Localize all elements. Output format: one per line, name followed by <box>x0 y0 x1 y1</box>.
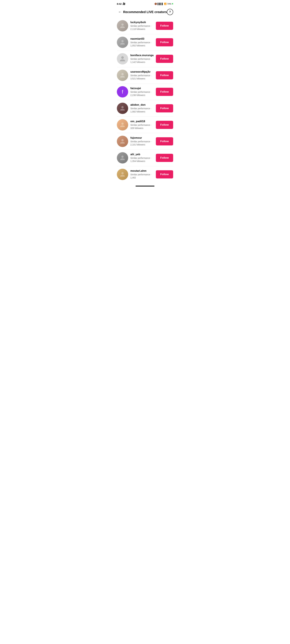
list-item: f faizsujei Similar performance · 2,236 … <box>117 84 173 100</box>
status-bar: 8:42 🎥 🔕 ▌▌▌▌ 📶 74% <box>114 0 176 7</box>
avatar <box>117 70 128 81</box>
creator-username: alii_yeb <box>130 153 154 156</box>
battery-percentage: 74% <box>167 3 171 5</box>
avatar <box>117 169 128 180</box>
creator-info: boniface.murunga Similar performance · 1… <box>130 54 154 64</box>
follow-button[interactable]: Follow <box>156 154 173 162</box>
signal-icon: ▌▌▌▌ <box>158 3 164 5</box>
time-display: 8:42 <box>117 2 122 5</box>
battery-dot <box>172 3 173 4</box>
follow-button[interactable]: Follow <box>156 170 173 178</box>
creator-meta: Similar performance · 1,462 <box>130 173 154 179</box>
creator-info: alii_yeb Similar performance · 1,354 fol… <box>130 153 154 163</box>
back-button[interactable]: ← <box>117 9 123 15</box>
list-item: om_padil18 Similar performance · 328 fol… <box>117 117 173 133</box>
creator-username: boniface.murunga <box>130 54 154 57</box>
creator-meta: Similar performance · 2,101 followers <box>130 140 154 146</box>
creator-info: abidon_don Similar performance · 1,082 f… <box>130 103 154 113</box>
creator-meta: Similar performance · 1,082 followers <box>130 107 154 113</box>
avatar <box>117 103 128 114</box>
list-item: usereexv9lpq3v Similar performance · 3,5… <box>117 67 173 84</box>
creator-info: om_padil18 Similar performance · 328 fol… <box>130 120 154 130</box>
creator-username: om_padil18 <box>130 120 154 123</box>
creator-username: usereexv9lpq3v <box>130 70 154 74</box>
list-item: luckyoyiboh Similar performance · 2,118 … <box>117 18 173 34</box>
list-item: naomian03 Similar performance · 1,052 fo… <box>117 34 173 51</box>
follow-button[interactable]: Follow <box>156 38 173 46</box>
battery-display: 74% <box>167 3 171 5</box>
creator-username: luckyoyiboh <box>130 21 154 24</box>
creator-username: abidon_don <box>130 103 154 106</box>
creator-meta: Similar performance · 1,354 followers <box>130 156 154 163</box>
creator-info: moutari.ahm Similar performance · 1,462 <box>130 169 154 179</box>
wifi-icon: 📶 <box>164 3 166 5</box>
creator-info: naomian03 Similar performance · 1,052 fo… <box>130 37 154 47</box>
creator-username: naomian03 <box>130 37 154 40</box>
follow-button[interactable]: Follow <box>156 104 173 112</box>
list-item: boniface.murunga Similar performance · 1… <box>117 51 173 67</box>
avatar <box>117 53 128 64</box>
creator-username: faizsujei <box>130 87 154 90</box>
avatar <box>117 136 128 147</box>
follow-button[interactable]: Follow <box>156 137 173 146</box>
creator-info: fujomour Similar performance · 2,101 fol… <box>130 136 154 146</box>
creator-info: usereexv9lpq3v Similar performance · 3,5… <box>130 70 154 80</box>
follow-button[interactable]: Follow <box>156 71 173 80</box>
list-item: alii_yeb Similar performance · 1,354 fol… <box>117 150 173 166</box>
page-title: Recommended LIVE creators <box>123 10 167 14</box>
page-header: ← Recommended LIVE creators ? <box>114 7 176 18</box>
avatar <box>117 119 128 130</box>
help-button[interactable]: ? <box>167 9 173 15</box>
vibrate-icon: 🔕 <box>154 3 157 5</box>
avatar: f <box>117 86 128 98</box>
avatar <box>117 152 128 164</box>
list-item: fujomour Similar performance · 2,101 fol… <box>117 133 173 150</box>
status-left: 8:42 🎥 <box>117 2 126 5</box>
status-right: 🔕 ▌▌▌▌ 📶 74% <box>154 3 173 5</box>
back-arrow-icon: ← <box>118 10 122 14</box>
creator-username: moutari.ahm <box>130 169 154 172</box>
follow-button[interactable]: Follow <box>156 121 173 129</box>
follow-button[interactable]: Follow <box>156 22 173 30</box>
avatar <box>117 20 128 32</box>
camera-icon: 🎥 <box>122 2 126 5</box>
creator-meta: Similar performance · 1,052 followers <box>130 41 154 47</box>
bottom-nav-bar <box>136 186 154 186</box>
avatar <box>117 37 128 48</box>
help-icon: ? <box>169 10 171 13</box>
follow-button[interactable]: Follow <box>156 55 173 63</box>
list-item: abidon_don Similar performance · 1,082 f… <box>117 100 173 117</box>
creator-meta: Similar performance · 2,236 followers <box>130 90 154 97</box>
creator-list: luckyoyiboh Similar performance · 2,118 … <box>114 18 176 182</box>
creator-meta: Similar performance · 3,521 followers <box>130 74 154 80</box>
creator-info: faizsujei Similar performance · 2,236 fo… <box>130 87 154 97</box>
creator-username: fujomour <box>130 136 154 140</box>
creator-meta: Similar performance · 1,142 followers <box>130 58 154 64</box>
follow-button[interactable]: Follow <box>156 88 173 96</box>
list-item: moutari.ahm Similar performance · 1,462 … <box>117 166 173 182</box>
creator-info: luckyoyiboh Similar performance · 2,118 … <box>130 21 154 31</box>
creator-meta: Similar performance · 2,118 followers <box>130 24 154 31</box>
creator-meta: Similar performance · 328 followers <box>130 124 154 130</box>
